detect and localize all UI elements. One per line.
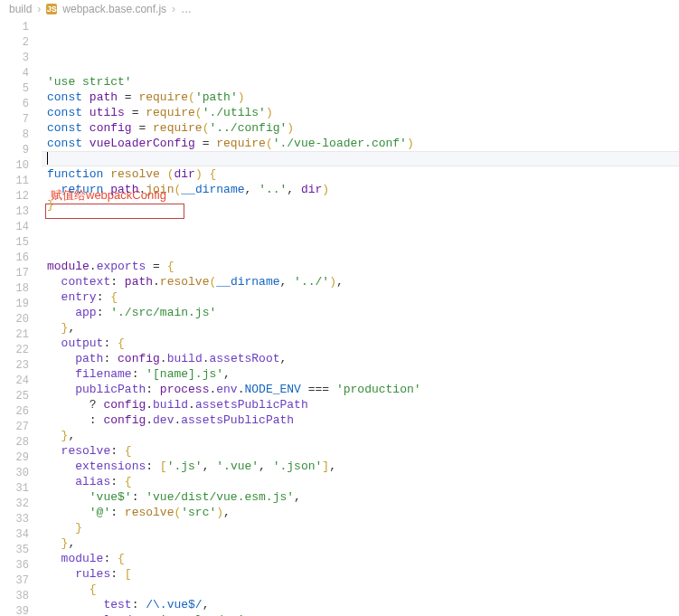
token-prop: assetsPublicPath	[181, 413, 294, 427]
code-line[interactable]: output: {	[42, 336, 679, 351]
token-br: {	[125, 444, 132, 458]
token-br: (	[266, 137, 273, 150]
token-p: ,	[259, 460, 273, 473]
token-str: '..'	[259, 183, 287, 196]
breadcrumb-file[interactable]: webpack.base.conf.js	[62, 3, 166, 15]
token-fn: require	[146, 106, 195, 119]
line-number: 24	[0, 374, 42, 389]
code-line[interactable]: module.exports = {	[42, 259, 679, 274]
token-p: :	[110, 475, 125, 488]
code-line[interactable]	[42, 243, 679, 259]
token-prop: entry	[61, 290, 97, 304]
token-def: vueLoaderConfig	[90, 137, 195, 150]
token-str: '.vue'	[216, 460, 259, 473]
token-str: 'vue/dist/vue.esm.js'	[146, 490, 294, 504]
token-def: path	[90, 90, 118, 104]
code-line[interactable]: entry: {	[42, 289, 679, 305]
code-line[interactable]: }	[42, 520, 679, 535]
code-line[interactable]: publicPath: process.env.NODE_ENV === 'pr…	[42, 382, 679, 397]
code-line[interactable]: test: /\.vue$/,	[42, 597, 679, 612]
line-number: 7	[0, 112, 42, 128]
token-p	[47, 290, 61, 304]
code-line[interactable]: },	[42, 535, 679, 551]
token-br: )	[195, 167, 203, 181]
token-p: ,	[223, 506, 231, 519]
code-line[interactable]: },	[42, 320, 679, 336]
code-line[interactable]: 'use strict'	[42, 74, 679, 90]
line-number: 11	[0, 174, 42, 189]
token-prop: app	[75, 306, 96, 319]
token-str: 'use strict'	[47, 75, 132, 89]
code-line[interactable]: : config.dev.assetsPublicPath	[42, 412, 679, 428]
line-number: 1	[0, 20, 42, 35]
line-number: 36	[0, 558, 42, 573]
code-line[interactable]: '@': resolve('src'),	[42, 505, 679, 520]
token-prop: rules	[75, 567, 110, 581]
code-line[interactable]	[42, 151, 679, 166]
code-area[interactable]: 赋值给webpackConfig 'use strict'const path …	[42, 18, 679, 616]
token-p	[47, 183, 61, 196]
token-var: config	[103, 398, 146, 412]
code-line[interactable]: 'vue$': 'vue/dist/vue.esm.js',	[42, 489, 679, 505]
code-line[interactable]: }	[42, 197, 679, 213]
code-line[interactable]: const vueLoaderConfig = require('./vue-l…	[42, 136, 679, 151]
token-prop: context	[61, 275, 111, 289]
line-number: 32	[0, 497, 42, 512]
code-line[interactable]: },	[42, 428, 679, 443]
code-line[interactable]: const config = require('../config')	[42, 120, 679, 136]
code-line[interactable]: loader: 'vue-loader',	[42, 612, 679, 616]
token-str: '.json'	[273, 460, 323, 473]
line-number: 19	[0, 297, 42, 312]
token-p	[160, 167, 167, 181]
js-file-icon: JS	[46, 4, 57, 14]
token-br: {	[90, 583, 97, 596]
code-line[interactable]: const path = require('path')	[42, 90, 679, 105]
token-p: :	[110, 444, 125, 458]
breadcrumb-folder[interactable]: build	[9, 3, 32, 15]
token-br: )	[287, 121, 294, 135]
token-fn: require	[138, 90, 188, 104]
token-p: ?	[47, 398, 103, 412]
token-kw: const	[47, 137, 82, 150]
token-str: './utils'	[203, 106, 266, 119]
token-op: ===	[301, 383, 336, 396]
code-line[interactable]: path: config.build.assetsRoot,	[42, 351, 679, 366]
code-line[interactable]: extensions: ['.js', '.vue', '.json'],	[42, 459, 679, 474]
code-line[interactable]: app: './src/main.js'	[42, 305, 679, 320]
token-p: :	[146, 383, 160, 396]
token-br: )	[407, 137, 414, 150]
code-line[interactable]	[42, 213, 679, 228]
code-line[interactable]: module: {	[42, 551, 679, 566]
code-editor[interactable]: 1234567891011121314151617181920212223242…	[0, 18, 679, 616]
token-p: ,	[280, 352, 288, 365]
token-prop: output	[61, 336, 104, 350]
code-line[interactable]: return path.join(__dirname, '..', dir)	[42, 182, 679, 197]
code-line[interactable]: alias: {	[42, 474, 679, 489]
code-line[interactable]: filename: '[name].js',	[42, 366, 679, 382]
code-line[interactable]: const utils = require('./utils')	[42, 105, 679, 120]
code-line[interactable]: {	[42, 582, 679, 597]
token-var: config	[103, 413, 146, 427]
code-line[interactable]	[42, 228, 679, 243]
token-prop: build	[167, 352, 203, 365]
line-number: 16	[0, 251, 42, 266]
line-number: 18	[0, 281, 42, 297]
token-re: /\.vue$/	[146, 598, 202, 611]
breadcrumb[interactable]: build › JS webpack.base.conf.js › …	[0, 0, 679, 18]
code-line[interactable]: ? config.build.assetsPublicPath	[42, 397, 679, 412]
token-p	[82, 106, 90, 119]
line-number: 26	[0, 404, 42, 420]
line-number: 39	[0, 604, 42, 616]
token-p: :	[103, 352, 118, 365]
code-line[interactable]: context: path.resolve(__dirname, '../'),	[42, 274, 679, 289]
token-str: 'production'	[336, 383, 421, 396]
token-str: '.js'	[167, 460, 203, 473]
token-p: ,	[68, 429, 75, 442]
token-p: ,	[68, 321, 75, 335]
token-fn: require	[153, 121, 203, 135]
code-line[interactable]: function resolve (dir) {	[42, 166, 679, 182]
code-line[interactable]: rules: [	[42, 566, 679, 582]
token-str: './vue-loader.conf'	[273, 137, 407, 150]
code-line[interactable]: resolve: {	[42, 443, 679, 459]
line-number: 28	[0, 435, 42, 450]
